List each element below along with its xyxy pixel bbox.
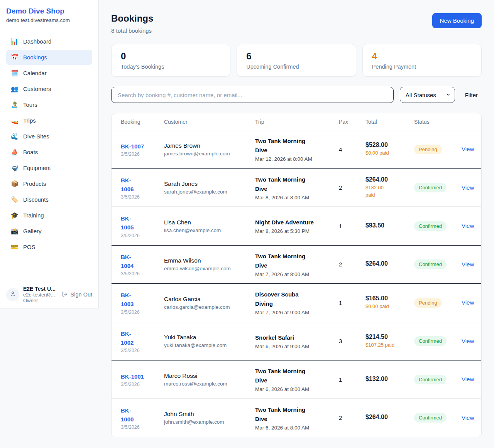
booking-link[interactable]: BK- 1000 [121, 406, 134, 424]
status-badge: Confirmed [414, 183, 447, 192]
sign-out-label: Sign Out [71, 291, 92, 298]
col-trip: Trip [255, 119, 339, 125]
nav-label: Gallery [23, 228, 42, 234]
stats-row: 0 Today's Bookings 6 Upcoming Confirmed … [111, 44, 482, 77]
person-icon [10, 291, 16, 298]
trip-name: Night Dive Adventure [255, 218, 335, 227]
sidebar-item-training[interactable]: 🎓 Training [6, 208, 92, 223]
customer-email: emma.wilson@example.com [164, 266, 251, 271]
booking-link[interactable]: BK- 1004 [121, 253, 134, 271]
nav-label: POS [23, 244, 36, 250]
sidebar-item-dashboard[interactable]: 📊 Dashboard [6, 34, 92, 49]
sign-out-button[interactable]: Sign Out [62, 291, 92, 298]
nav-label: Bookings [23, 54, 47, 61]
booking-date: 3/5/2026 [121, 348, 160, 353]
sidebar-header: Demo Dive Shop demo.test.divestreams.com [0, 0, 98, 29]
booking-link[interactable]: BK- 1005 [121, 214, 134, 232]
sidebar-item-bookings[interactable]: 📅 Bookings [6, 50, 92, 65]
view-link[interactable]: View [462, 146, 474, 152]
sidebar-item-boats[interactable]: ⛵ Boats [6, 145, 92, 160]
total-amount: $214.50 [365, 333, 410, 340]
view-link[interactable]: View [462, 338, 474, 344]
table-row: BK- 1004 3/5/2026 Emma Wilson emma.wilso… [112, 246, 481, 284]
sidebar-item-calendar[interactable]: 🗓️ Calendar [6, 66, 92, 81]
nav-label: Tours [23, 101, 37, 108]
customer-email: lisa.chen@example.com [164, 227, 251, 233]
booking-link[interactable]: BK- 1006 [121, 176, 134, 194]
spiral-calendar-icon: 🗓️ [11, 70, 19, 76]
booking-date: 3/5/2026 [121, 424, 160, 430]
customer-email: james.brown@example.com [164, 151, 251, 157]
avatar [6, 288, 19, 301]
sidebar-item-equipment[interactable]: 🤿 Equipment [6, 160, 92, 175]
user-name: E2E Test U... [23, 286, 58, 292]
view-link[interactable]: View [462, 376, 474, 382]
pax-count: 1 [339, 376, 365, 383]
booking-link[interactable]: BK-1001 [121, 372, 144, 381]
paid-amount: $107.25 paid [365, 342, 410, 349]
total-amount: $264.00 [365, 260, 410, 267]
sidebar-item-gallery[interactable]: 📸 Gallery [6, 224, 92, 239]
user-email: e2e-tester@... [23, 292, 58, 298]
trip-name: Two Tank Morning Dive [255, 175, 335, 194]
sidebar-item-dive-sites[interactable]: 🌊 Dive Sites [6, 129, 92, 144]
sidebar-item-products[interactable]: 📦 Products [6, 176, 92, 191]
status-badge: Confirmed [414, 375, 447, 384]
pax-count: 2 [339, 261, 365, 268]
new-booking-button[interactable]: New Booking [432, 13, 482, 28]
table-row: BK- 1005 3/5/2026 Lisa Chen lisa.chen@ex… [112, 207, 481, 246]
page-title: Bookings [111, 13, 153, 24]
nav-label: Calendar [23, 70, 47, 76]
view-link[interactable]: View [462, 184, 474, 191]
view-link[interactable]: View [462, 261, 474, 268]
filter-button[interactable]: Filter [461, 92, 482, 98]
customer-name: Emma Wilson [164, 257, 251, 264]
logout-icon [62, 291, 68, 298]
customer-email: sarah.jones@example.com [164, 189, 251, 195]
view-link[interactable]: View [462, 414, 474, 421]
customer-email: yuki.tanaka@example.com [164, 342, 251, 348]
nav-label: Trips [23, 117, 36, 124]
paid-amount: $132.00 paid [365, 184, 410, 199]
camera-icon: 📸 [11, 228, 19, 234]
booking-link[interactable]: BK-1007 [121, 142, 144, 151]
trip-name: Two Tank Morning Dive [255, 367, 335, 385]
pax-count: 1 [339, 223, 365, 229]
status-select[interactable]: All Statuses [400, 87, 455, 103]
col-status: Status [414, 119, 462, 125]
pax-count: 1 [339, 300, 365, 306]
booking-link[interactable]: BK- 1002 [121, 329, 134, 347]
sidebar-item-customers[interactable]: 👥 Customers [6, 81, 92, 96]
col-customer: Customer [164, 119, 255, 125]
trip-name: Two Tank Morning Dive [255, 252, 335, 270]
calendar-icon: 📅 [11, 54, 19, 61]
customer-email: marco.rossi@example.com [164, 381, 251, 387]
bar-chart-icon: 📊 [11, 39, 19, 45]
customer-name: Lisa Chen [164, 219, 251, 226]
filter-bar: All Statuses Filter [111, 87, 482, 103]
trip-datetime: Mar 6, 2026 at 8:00 AM [255, 386, 335, 392]
trip-datetime: Mar 8, 2026 at 8:00 AM [255, 195, 335, 200]
stat-card: 4 Pending Payment [362, 44, 482, 77]
diving-mask-icon: 🤿 [11, 165, 19, 171]
status-badge: Confirmed [414, 413, 447, 423]
sidebar-item-pos[interactable]: 💳 POS [6, 239, 92, 254]
search-input[interactable] [111, 87, 394, 103]
status-badge: Confirmed [414, 259, 447, 269]
sidebar-item-discounts[interactable]: 🏷️ Discounts [6, 192, 92, 207]
sidebar-item-tours[interactable]: 🏝️ Tours [6, 97, 92, 112]
stat-value: 6 [246, 51, 346, 62]
view-link[interactable]: View [462, 299, 474, 306]
nav-label: Training [23, 212, 44, 219]
booking-date: 3/5/2026 [121, 233, 160, 238]
table-row: BK-1007 3/5/2026 James Brown james.brown… [112, 130, 481, 169]
trip-name: Two Tank Morning Dive [255, 405, 335, 424]
booking-link[interactable]: BK- 1003 [121, 291, 134, 309]
sidebar-item-trips[interactable]: 🚤 Trips [6, 113, 92, 128]
trip-datetime: Mar 8, 2026 at 5:30 PM [255, 228, 335, 234]
trip-datetime: Mar 7, 2026 at 8:00 AM [255, 271, 335, 277]
graduation-cap-icon: 🎓 [11, 212, 19, 219]
table-row: BK- 1002 3/5/2026 Yuki Tanaka yuki.tanak… [112, 322, 481, 361]
view-link[interactable]: View [462, 222, 474, 229]
page-subtitle: 8 total bookings [111, 27, 153, 34]
